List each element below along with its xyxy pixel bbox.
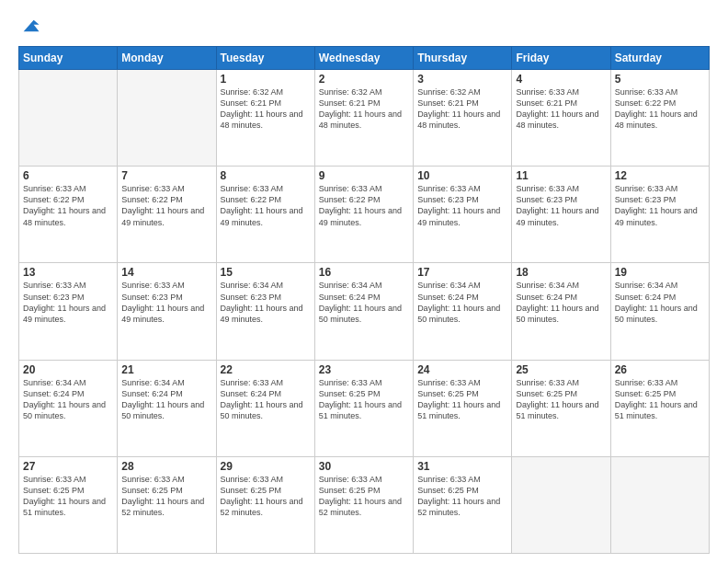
day-number: 13 [23, 266, 113, 279]
day-info: Sunrise: 6:32 AMSunset: 6:21 PMDaylight:… [221, 86, 311, 132]
day-number: 1 [221, 73, 311, 86]
day-number: 10 [417, 169, 507, 182]
week-row-1: 1Sunrise: 6:32 AMSunset: 6:21 PMDaylight… [19, 70, 710, 167]
weekday-header-tuesday: Tuesday [216, 47, 314, 70]
calendar-cell: 29Sunrise: 6:33 AMSunset: 6:25 PMDayligh… [216, 456, 314, 553]
svg-marker-0 [24, 20, 40, 31]
calendar-cell: 23Sunrise: 6:33 AMSunset: 6:25 PMDayligh… [314, 360, 413, 456]
day-info: Sunrise: 6:33 AMSunset: 6:25 PMDaylight:… [319, 474, 409, 519]
day-info: Sunrise: 6:34 AMSunset: 6:24 PMDaylight:… [319, 280, 409, 325]
calendar-cell: 12Sunrise: 6:33 AMSunset: 6:23 PMDayligh… [610, 167, 709, 263]
day-number: 2 [319, 73, 409, 86]
day-info: Sunrise: 6:33 AMSunset: 6:24 PMDaylight:… [221, 377, 311, 422]
calendar-cell: 11Sunrise: 6:33 AMSunset: 6:23 PMDayligh… [512, 167, 610, 263]
calendar-cell: 18Sunrise: 6:34 AMSunset: 6:24 PMDayligh… [512, 263, 610, 360]
day-info: Sunrise: 6:33 AMSunset: 6:23 PMDaylight:… [615, 183, 705, 228]
week-row-2: 6Sunrise: 6:33 AMSunset: 6:22 PMDaylight… [19, 167, 710, 263]
day-number: 5 [615, 73, 705, 86]
day-info: Sunrise: 6:33 AMSunset: 6:25 PMDaylight:… [516, 377, 606, 422]
day-number: 14 [121, 266, 211, 279]
day-info: Sunrise: 6:33 AMSunset: 6:25 PMDaylight:… [121, 474, 211, 519]
day-number: 20 [23, 363, 113, 376]
calendar-cell: 10Sunrise: 6:33 AMSunset: 6:23 PMDayligh… [414, 167, 512, 263]
week-row-4: 20Sunrise: 6:34 AMSunset: 6:24 PMDayligh… [19, 360, 710, 456]
calendar-cell: 27Sunrise: 6:33 AMSunset: 6:25 PMDayligh… [19, 456, 118, 553]
day-info: Sunrise: 6:33 AMSunset: 6:22 PMDaylight:… [121, 183, 211, 228]
page: SundayMondayTuesdayWednesdayThursdayFrid… [0, 0, 728, 563]
calendar-cell: 3Sunrise: 6:32 AMSunset: 6:21 PMDaylight… [414, 70, 512, 167]
day-number: 29 [221, 460, 311, 473]
day-info: Sunrise: 6:33 AMSunset: 6:22 PMDaylight:… [23, 183, 113, 228]
day-number: 15 [221, 266, 311, 279]
day-info: Sunrise: 6:34 AMSunset: 6:24 PMDaylight:… [417, 280, 507, 325]
calendar-cell: 4Sunrise: 6:33 AMSunset: 6:21 PMDaylight… [512, 70, 610, 167]
day-number: 30 [319, 460, 409, 473]
day-info: Sunrise: 6:33 AMSunset: 6:25 PMDaylight:… [319, 377, 409, 422]
calendar-cell [512, 456, 610, 553]
calendar-cell: 24Sunrise: 6:33 AMSunset: 6:25 PMDayligh… [414, 360, 512, 456]
logo-text [18, 17, 40, 37]
day-info: Sunrise: 6:34 AMSunset: 6:24 PMDaylight:… [121, 377, 211, 422]
weekday-header-monday: Monday [118, 47, 216, 70]
logo-icon [20, 17, 40, 37]
day-number: 4 [516, 73, 606, 86]
calendar-cell: 25Sunrise: 6:33 AMSunset: 6:25 PMDayligh… [512, 360, 610, 456]
calendar-cell: 15Sunrise: 6:34 AMSunset: 6:23 PMDayligh… [216, 263, 314, 360]
day-info: Sunrise: 6:33 AMSunset: 6:21 PMDaylight:… [516, 86, 606, 132]
calendar-cell: 5Sunrise: 6:33 AMSunset: 6:22 PMDaylight… [610, 70, 709, 167]
header [18, 17, 710, 37]
day-number: 19 [615, 266, 705, 279]
week-row-3: 13Sunrise: 6:33 AMSunset: 6:23 PMDayligh… [19, 263, 710, 360]
week-row-5: 27Sunrise: 6:33 AMSunset: 6:25 PMDayligh… [19, 456, 710, 553]
day-info: Sunrise: 6:33 AMSunset: 6:25 PMDaylight:… [615, 377, 705, 422]
weekday-header-friday: Friday [512, 47, 610, 70]
calendar-cell: 28Sunrise: 6:33 AMSunset: 6:25 PMDayligh… [118, 456, 216, 553]
calendar-cell: 19Sunrise: 6:34 AMSunset: 6:24 PMDayligh… [610, 263, 709, 360]
day-number: 28 [121, 460, 211, 473]
day-number: 8 [221, 169, 311, 182]
day-number: 26 [615, 363, 705, 376]
day-number: 25 [516, 363, 606, 376]
day-info: Sunrise: 6:33 AMSunset: 6:25 PMDaylight:… [23, 474, 113, 519]
day-number: 17 [417, 266, 507, 279]
day-number: 18 [516, 266, 606, 279]
day-number: 12 [615, 169, 705, 182]
day-info: Sunrise: 6:33 AMSunset: 6:23 PMDaylight:… [121, 280, 211, 325]
day-info: Sunrise: 6:33 AMSunset: 6:25 PMDaylight:… [221, 474, 311, 519]
calendar-cell [610, 456, 709, 553]
day-number: 23 [319, 363, 409, 376]
calendar-cell: 7Sunrise: 6:33 AMSunset: 6:22 PMDaylight… [118, 167, 216, 263]
weekday-header-sunday: Sunday [19, 47, 118, 70]
calendar-cell [118, 70, 216, 167]
logo [18, 17, 40, 37]
calendar-cell: 6Sunrise: 6:33 AMSunset: 6:22 PMDaylight… [19, 167, 118, 263]
day-info: Sunrise: 6:33 AMSunset: 6:23 PMDaylight:… [23, 280, 113, 325]
day-info: Sunrise: 6:33 AMSunset: 6:25 PMDaylight:… [417, 474, 507, 519]
day-info: Sunrise: 6:33 AMSunset: 6:22 PMDaylight:… [615, 86, 705, 132]
day-number: 7 [121, 169, 211, 182]
calendar-cell: 17Sunrise: 6:34 AMSunset: 6:24 PMDayligh… [414, 263, 512, 360]
day-info: Sunrise: 6:33 AMSunset: 6:23 PMDaylight:… [516, 183, 606, 228]
calendar-cell: 2Sunrise: 6:32 AMSunset: 6:21 PMDaylight… [314, 70, 413, 167]
day-number: 11 [516, 169, 606, 182]
day-number: 27 [23, 460, 113, 473]
calendar-cell: 21Sunrise: 6:34 AMSunset: 6:24 PMDayligh… [118, 360, 216, 456]
calendar-cell: 14Sunrise: 6:33 AMSunset: 6:23 PMDayligh… [118, 263, 216, 360]
day-info: Sunrise: 6:34 AMSunset: 6:24 PMDaylight:… [23, 377, 113, 422]
day-number: 31 [417, 460, 507, 473]
calendar-cell: 1Sunrise: 6:32 AMSunset: 6:21 PMDaylight… [216, 70, 314, 167]
day-info: Sunrise: 6:32 AMSunset: 6:21 PMDaylight:… [319, 86, 409, 132]
day-info: Sunrise: 6:33 AMSunset: 6:22 PMDaylight:… [221, 183, 311, 228]
weekday-header-saturday: Saturday [610, 47, 709, 70]
day-number: 24 [417, 363, 507, 376]
calendar-cell: 30Sunrise: 6:33 AMSunset: 6:25 PMDayligh… [314, 456, 413, 553]
day-number: 16 [319, 266, 409, 279]
calendar-cell: 8Sunrise: 6:33 AMSunset: 6:22 PMDaylight… [216, 167, 314, 263]
day-number: 9 [319, 169, 409, 182]
day-info: Sunrise: 6:32 AMSunset: 6:21 PMDaylight:… [417, 86, 507, 132]
weekday-header-thursday: Thursday [414, 47, 512, 70]
calendar-cell: 20Sunrise: 6:34 AMSunset: 6:24 PMDayligh… [19, 360, 118, 456]
day-info: Sunrise: 6:34 AMSunset: 6:23 PMDaylight:… [221, 280, 311, 325]
day-info: Sunrise: 6:34 AMSunset: 6:24 PMDaylight:… [615, 280, 705, 325]
calendar-cell: 22Sunrise: 6:33 AMSunset: 6:24 PMDayligh… [216, 360, 314, 456]
